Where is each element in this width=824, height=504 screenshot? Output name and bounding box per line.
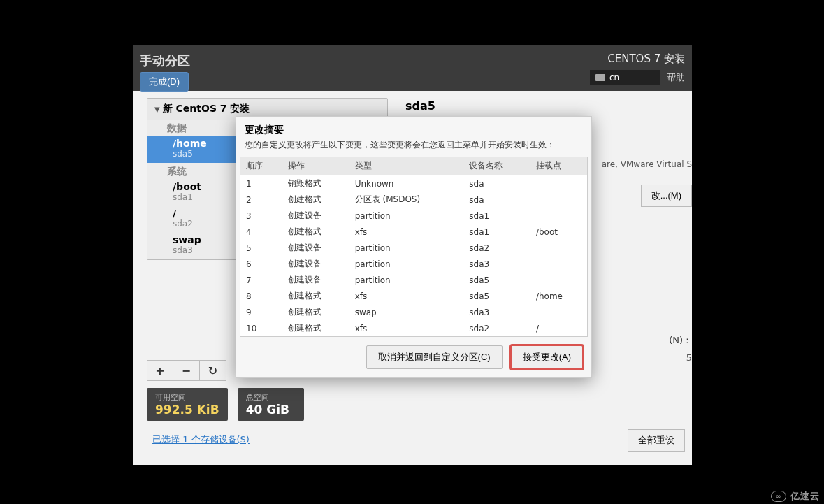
cell-type: partition bbox=[349, 272, 464, 288]
cell-device: sda bbox=[463, 175, 530, 192]
cell-order: 8 bbox=[240, 288, 283, 304]
chevron-down-icon: ▼ bbox=[154, 106, 160, 113]
col-mount: 挂载点 bbox=[530, 157, 588, 175]
install-label: CENTOS 7 安装 bbox=[607, 52, 685, 66]
cell-op: 创建格式 bbox=[282, 224, 349, 240]
top-right-row: cn 帮助 bbox=[590, 70, 685, 85]
cell-op: 创建格式 bbox=[282, 304, 349, 320]
table-row[interactable]: 4创建格式xfssda1/boot bbox=[240, 224, 588, 240]
col-op: 操作 bbox=[282, 157, 349, 175]
cell-order: 2 bbox=[240, 192, 283, 208]
cell-op: 创建格式 bbox=[282, 320, 349, 337]
name-value: 5 bbox=[686, 352, 692, 363]
storage-devices-link[interactable]: 已选择 1 个存储设备(S) bbox=[152, 433, 250, 446]
cell-op: 创建设备 bbox=[282, 208, 349, 224]
cell-device: sda2 bbox=[463, 320, 530, 337]
cell-mount bbox=[530, 192, 588, 208]
cell-type: xfs bbox=[349, 288, 464, 304]
detail-device-text: are, VMware Virtual S bbox=[602, 159, 692, 169]
modify-button[interactable]: 改...(M) bbox=[641, 185, 692, 207]
watermark-text: 亿速云 bbox=[790, 490, 820, 503]
cell-mount: / bbox=[530, 320, 588, 337]
cell-type: partition bbox=[349, 256, 464, 272]
table-header-row: 顺序 操作 类型 设备名称 挂载点 bbox=[240, 157, 588, 175]
tree-header-label: 新 CentOS 7 安装 bbox=[163, 103, 250, 115]
dialog-description: 您的自定义更改将产生以下变更，这些变更将会在您返回主菜单并开始安装时生效： bbox=[236, 139, 591, 157]
cell-op: 创建格式 bbox=[282, 192, 349, 208]
table-row[interactable]: 1销毁格式Unknownsda bbox=[240, 175, 588, 192]
done-button[interactable]: 完成(D) bbox=[140, 72, 189, 92]
table-row[interactable]: 5创建设备partitionsda2 bbox=[240, 240, 588, 256]
cell-device: sda3 bbox=[463, 256, 530, 272]
changes-summary-dialog: 更改摘要 您的自定义更改将产生以下变更，这些变更将会在您返回主菜单并开始安装时生… bbox=[236, 116, 592, 378]
table-row[interactable]: 2创建格式分区表 (MSDOS)sda bbox=[240, 192, 588, 208]
detail-panel: sda5 bbox=[405, 99, 435, 113]
remove-partition-button[interactable]: − bbox=[173, 360, 200, 381]
cancel-button[interactable]: 取消并返回到自定义分区(C) bbox=[366, 345, 503, 369]
cell-order: 5 bbox=[240, 240, 283, 256]
dialog-footer: 取消并返回到自定义分区(C) 接受更改(A) bbox=[236, 337, 591, 377]
table-row[interactable]: 6创建设备partitionsda3 bbox=[240, 256, 588, 272]
cell-order: 4 bbox=[240, 224, 283, 240]
avail-label: 可用空间 bbox=[155, 392, 219, 403]
keyboard-icon bbox=[595, 74, 605, 81]
accept-changes-button[interactable]: 接受更改(A) bbox=[511, 345, 583, 369]
cloud-icon: ∞ bbox=[771, 491, 786, 502]
table-row[interactable]: 9创建格式swapsda3 bbox=[240, 304, 588, 320]
cell-device: sda2 bbox=[463, 240, 530, 256]
cell-type: partition bbox=[349, 240, 464, 256]
watermark: ∞ 亿速云 bbox=[771, 490, 820, 503]
total-label: 总空间 bbox=[246, 392, 296, 403]
cell-mount bbox=[530, 208, 588, 224]
col-order: 顺序 bbox=[240, 157, 283, 175]
total-value: 40 GiB bbox=[246, 403, 296, 417]
cell-device: sda5 bbox=[463, 272, 530, 288]
cell-op: 创建设备 bbox=[282, 272, 349, 288]
top-left: 手动分区 完成(D) bbox=[140, 52, 190, 92]
cell-mount bbox=[530, 175, 588, 192]
col-type: 类型 bbox=[349, 157, 464, 175]
name-label: (N)： bbox=[669, 334, 692, 347]
cell-order: 7 bbox=[240, 272, 283, 288]
keyboard-indicator[interactable]: cn bbox=[590, 70, 660, 85]
reset-all-button[interactable]: 全部重设 bbox=[628, 429, 685, 452]
cell-mount: /boot bbox=[530, 224, 588, 240]
cell-type: swap bbox=[349, 304, 464, 320]
col-device: 设备名称 bbox=[463, 157, 530, 175]
table-row[interactable]: 7创建设备partitionsda5 bbox=[240, 272, 588, 288]
cell-mount bbox=[530, 304, 588, 320]
table-row[interactable]: 3创建设备partitionsda1 bbox=[240, 208, 588, 224]
cell-op: 创建格式 bbox=[282, 288, 349, 304]
cell-op: 创建设备 bbox=[282, 240, 349, 256]
cell-device: sda1 bbox=[463, 208, 530, 224]
top-bar: 手动分区 完成(D) CENTOS 7 安装 cn 帮助 bbox=[133, 45, 692, 91]
cell-mount bbox=[530, 272, 588, 288]
cell-order: 3 bbox=[240, 208, 283, 224]
space-summary: 可用空间 992.5 KiB 总空间 40 GiB bbox=[147, 388, 304, 421]
dialog-title: 更改摘要 bbox=[236, 117, 591, 139]
cell-mount: /home bbox=[530, 288, 588, 304]
cell-device: sda bbox=[463, 192, 530, 208]
cell-type: partition bbox=[349, 208, 464, 224]
avail-value: 992.5 KiB bbox=[155, 403, 219, 417]
help-button[interactable]: 帮助 bbox=[667, 71, 685, 84]
cell-order: 10 bbox=[240, 320, 283, 337]
cell-type: 分区表 (MSDOS) bbox=[349, 192, 464, 208]
cell-mount bbox=[530, 240, 588, 256]
cell-order: 9 bbox=[240, 304, 283, 320]
cell-op: 销毁格式 bbox=[282, 175, 349, 192]
cell-device: sda1 bbox=[463, 224, 530, 240]
cell-order: 1 bbox=[240, 175, 283, 192]
total-space: 总空间 40 GiB bbox=[238, 388, 304, 421]
cell-order: 6 bbox=[240, 256, 283, 272]
table-row[interactable]: 10创建格式xfssda2/ bbox=[240, 320, 588, 337]
partition-toolbar: + − ↻ bbox=[147, 360, 226, 381]
add-partition-button[interactable]: + bbox=[147, 360, 173, 381]
cell-type: Unknown bbox=[349, 175, 464, 192]
cell-op: 创建设备 bbox=[282, 256, 349, 272]
cell-device: sda5 bbox=[463, 288, 530, 304]
keyboard-label: cn bbox=[609, 73, 619, 82]
available-space: 可用空间 992.5 KiB bbox=[147, 388, 228, 421]
reload-button[interactable]: ↻ bbox=[200, 360, 226, 381]
table-row[interactable]: 8创建格式xfssda5/home bbox=[240, 288, 588, 304]
